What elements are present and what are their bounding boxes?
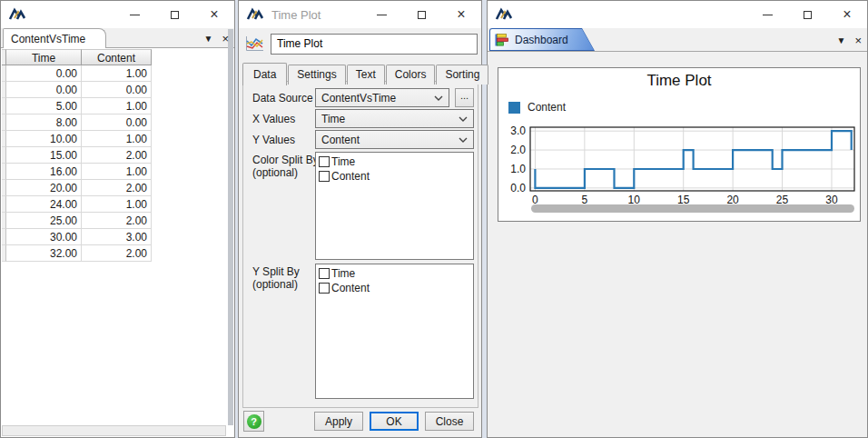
maximize-button[interactable] bbox=[154, 1, 194, 28]
color-split-label: Color Split By (optional) bbox=[252, 154, 319, 179]
maximize-button[interactable] bbox=[787, 1, 827, 28]
checkbox[interactable] bbox=[319, 156, 330, 167]
option-row: Content bbox=[319, 281, 473, 295]
table-cell[interactable]: 2.00 bbox=[82, 213, 152, 229]
option-label: Time bbox=[331, 155, 355, 168]
table-cell[interactable]: 1.00 bbox=[82, 164, 152, 180]
table-cell[interactable]: 30.00 bbox=[6, 229, 82, 245]
table-cell[interactable]: 15.00 bbox=[6, 147, 82, 164]
dialog-tab-text[interactable]: Text bbox=[347, 65, 385, 85]
dialog-footer: ? Apply OK Close bbox=[239, 406, 481, 437]
data-source-label: Data Source bbox=[252, 92, 313, 105]
timeplot-chart: 0510152025300.01.02.03.0 bbox=[498, 68, 862, 223]
legend-swatch bbox=[508, 102, 520, 114]
table-cell[interactable]: 1.00 bbox=[82, 65, 152, 82]
table-cell[interactable]: 1.00 bbox=[82, 196, 152, 213]
y-values-label: Y Values bbox=[252, 134, 295, 146]
tab-list-dropdown-icon[interactable]: ▼ bbox=[837, 35, 846, 45]
table-cell[interactable]: 0.00 bbox=[6, 65, 82, 82]
time-plot-panel: 0510152025300.01.02.03.0 Time Plot Conte… bbox=[498, 67, 861, 222]
tab-dashboard[interactable]: Dashboard bbox=[489, 28, 595, 51]
table-cell[interactable]: 0.00 bbox=[82, 114, 152, 131]
dialog-title: Time Plot bbox=[271, 8, 321, 22]
table-cell[interactable]: 1.00 bbox=[82, 98, 152, 114]
y-values-combo[interactable]: Content bbox=[315, 130, 474, 149]
data-source-combo[interactable]: ContentVsTime bbox=[315, 88, 449, 107]
ok-button[interactable]: OK bbox=[370, 412, 419, 431]
apply-button[interactable]: Apply bbox=[314, 412, 363, 431]
data-source-value: ContentVsTime bbox=[321, 92, 396, 105]
option-row: Content bbox=[319, 169, 473, 184]
option-row: Time bbox=[319, 154, 473, 169]
svg-text:0.0: 0.0 bbox=[510, 182, 526, 194]
close-dialog-button[interactable]: Close bbox=[425, 412, 474, 431]
close-button[interactable]: × bbox=[441, 1, 481, 28]
app-logo-icon bbox=[246, 6, 264, 23]
checkbox[interactable] bbox=[319, 268, 330, 279]
svg-text:3.0: 3.0 bbox=[510, 124, 526, 137]
table-cell[interactable]: 16.00 bbox=[6, 164, 82, 180]
app-logo-icon bbox=[8, 6, 26, 23]
dashboard-tab-row: Dashboard ▼ × bbox=[488, 28, 867, 52]
table-cell[interactable]: 32.00 bbox=[6, 245, 82, 262]
dialog-tab-settings[interactable]: Settings bbox=[288, 65, 345, 85]
time-plot-dialog: Time Plot × DataSettingsTextColorsSortin… bbox=[238, 0, 482, 438]
color-split-listbox[interactable]: TimeContent bbox=[315, 152, 474, 260]
table-cell[interactable]: 8.00 bbox=[6, 114, 82, 131]
table-cell[interactable]: 3.00 bbox=[82, 229, 152, 245]
dialog-tab-strip: DataSettingsTextColorsSorting bbox=[242, 62, 489, 85]
help-icon: ? bbox=[247, 414, 261, 429]
table-cell[interactable]: 0.00 bbox=[6, 82, 82, 98]
tab-close-icon[interactable]: × bbox=[222, 33, 229, 45]
minimize-button[interactable] bbox=[114, 1, 154, 28]
table-cell[interactable]: 1.00 bbox=[82, 131, 152, 147]
table-cell[interactable]: 25.00 bbox=[6, 213, 82, 229]
chart-legend: Content bbox=[508, 101, 566, 114]
dashboard-tab-label: Dashboard bbox=[515, 34, 568, 46]
y-split-listbox[interactable]: TimeContent bbox=[315, 264, 474, 399]
tab-close-icon[interactable]: × bbox=[854, 35, 862, 46]
minimize-button[interactable] bbox=[747, 1, 787, 28]
dialog-tab-colors[interactable]: Colors bbox=[386, 65, 436, 85]
table-cell[interactable]: 20.00 bbox=[6, 180, 82, 196]
dialog-tab-sorting[interactable]: Sorting bbox=[436, 65, 488, 85]
tab-list-dropdown-icon[interactable]: ▼ bbox=[204, 34, 213, 44]
table-cell[interactable]: 0.00 bbox=[82, 82, 152, 98]
vertical-scrollbar[interactable] bbox=[228, 29, 233, 425]
dashboard-icon bbox=[495, 34, 509, 46]
chart-title: Time Plot bbox=[498, 72, 860, 90]
minimize-button[interactable] bbox=[361, 1, 401, 28]
table-cell[interactable]: 2.00 bbox=[82, 245, 152, 262]
y-split-label: Y Split By (optional) bbox=[252, 265, 300, 291]
horizontal-scrollbar[interactable] bbox=[2, 425, 226, 436]
option-label: Content bbox=[331, 282, 370, 294]
chart-horizontal-scrollbar[interactable] bbox=[531, 204, 854, 213]
dashboard-area: 0510152025300.01.02.03.0 Time Plot Conte… bbox=[488, 53, 866, 436]
close-button[interactable]: × bbox=[827, 1, 867, 28]
dashboard-titlebar: × bbox=[488, 1, 867, 28]
dialog-tab-data[interactable]: Data bbox=[242, 63, 287, 85]
checkbox[interactable] bbox=[319, 283, 330, 294]
table-cell[interactable]: 24.00 bbox=[6, 196, 82, 213]
app-logo-icon bbox=[495, 6, 513, 23]
browse-button[interactable]: ... bbox=[455, 88, 474, 107]
option-label: Time bbox=[331, 267, 355, 280]
table-tab-row: ContentVsTime ▼ × bbox=[1, 28, 234, 48]
column-header: Content bbox=[82, 49, 152, 65]
help-button[interactable]: ? bbox=[243, 411, 264, 432]
x-values-combo[interactable]: Time bbox=[315, 109, 474, 128]
table-cell[interactable]: 10.00 bbox=[6, 131, 82, 147]
table-cell[interactable]: 2.00 bbox=[82, 147, 152, 164]
table-window: × ContentVsTime ▼ × TimeContent0.001.000… bbox=[0, 0, 235, 438]
tab-label: ContentVsTime bbox=[11, 33, 85, 45]
checkbox[interactable] bbox=[319, 171, 330, 182]
element-name-input[interactable] bbox=[271, 34, 478, 55]
option-label: Content bbox=[331, 170, 370, 183]
y-values-value: Content bbox=[321, 134, 360, 146]
maximize-button[interactable] bbox=[401, 1, 441, 28]
table-cell[interactable]: 2.00 bbox=[82, 180, 152, 196]
tab-contentvstime[interactable]: ContentVsTime bbox=[3, 28, 106, 48]
table-cell[interactable]: 5.00 bbox=[6, 98, 82, 114]
column-header: Time bbox=[6, 49, 82, 65]
close-button[interactable]: × bbox=[194, 1, 234, 28]
